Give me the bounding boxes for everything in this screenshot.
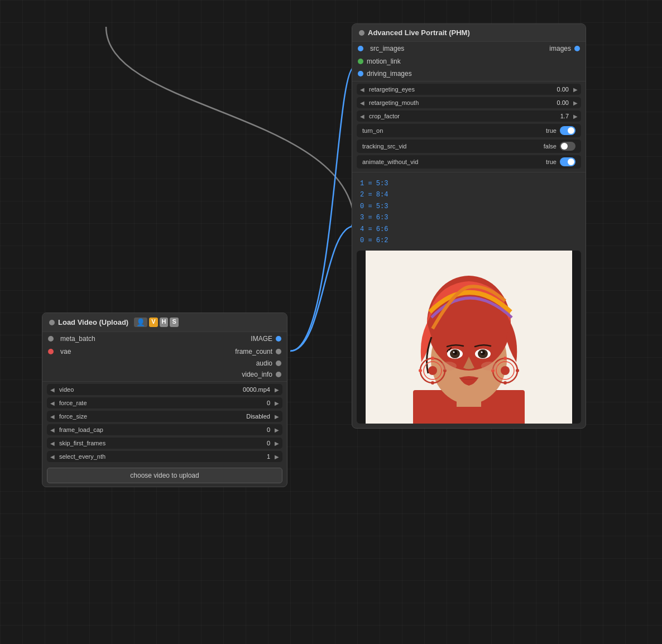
force-rate-arrow-right[interactable]: ▶: [275, 400, 279, 406]
vae-label: vae: [60, 348, 71, 355]
skip-first-frames-ctrl-value: 0: [267, 440, 270, 446]
animate-without-vid-switch[interactable]: [560, 157, 575, 166]
retargeting-eyes-control[interactable]: ◀ retargeting_eyes 0.00 ▶: [357, 84, 581, 95]
portrait-image-area: [357, 251, 581, 424]
retargeting-mouth-ctrl-label: retargeting_mouth: [369, 99, 555, 106]
frame-count-port[interactable]: [276, 349, 281, 354]
skip-first-frames-arrow-right[interactable]: ▶: [275, 440, 279, 446]
force-size-arrow-left[interactable]: ◀: [50, 414, 55, 420]
choose-video-button[interactable]: choose video to upload: [47, 468, 282, 483]
svg-point-19: [431, 357, 434, 360]
alp-status-dot: [359, 30, 364, 36]
driving-images-port[interactable]: [358, 71, 363, 76]
crop-factor-arrow-left[interactable]: ◀: [360, 113, 364, 119]
motion-link-port[interactable]: [358, 59, 363, 64]
retargeting-eyes-arrow-left[interactable]: ◀: [360, 86, 364, 93]
text-line-2: 2 = 8:4: [360, 189, 578, 200]
force-size-ctrl-label: force_size: [59, 413, 244, 420]
text-line-1: 1 = 5:3: [360, 178, 578, 189]
svg-point-29: [516, 369, 519, 372]
force-rate-ctrl-value: 0: [267, 400, 270, 406]
select-every-nth-ctrl-label: select_every_nth: [59, 453, 265, 460]
turn-on-switch[interactable]: [560, 126, 575, 135]
text-output-area: 1 = 5:3 2 = 8:4 0 = 5:3 3 = 6:3 4 = 6:6 …: [352, 174, 586, 251]
load-video-icons: 👤 V H S: [134, 318, 179, 327]
alp-title: Advanced Live Portrait (PHM): [368, 28, 470, 37]
images-out-label: images: [549, 45, 571, 52]
driving-images-label: driving_images: [367, 70, 412, 78]
force-rate-control[interactable]: ◀ force_rate 0 ▶: [47, 397, 282, 408]
person-icon: 👤: [134, 318, 147, 327]
svg-point-26: [503, 357, 507, 360]
video-arrow-left[interactable]: ◀: [50, 387, 55, 393]
video-ctrl-value: 0000.mp4: [243, 386, 270, 393]
svg-point-11: [453, 352, 455, 353]
select-every-nth-control[interactable]: ◀ select_every_nth 1 ▶: [47, 451, 282, 462]
video-arrow-right[interactable]: ▶: [275, 387, 279, 393]
alp-node: Advanced Live Portrait (PHM) src_images …: [352, 23, 586, 429]
crop-factor-arrow-right[interactable]: ▶: [573, 113, 578, 119]
s-icon: S: [170, 318, 178, 327]
svg-point-27: [503, 381, 507, 385]
retargeting-mouth-ctrl-value: 0.00: [557, 99, 569, 106]
animate-without-vid-toggle[interactable]: animate_without_vid true: [357, 155, 581, 169]
image-out-port[interactable]: [276, 336, 281, 342]
images-out-port[interactable]: [574, 46, 580, 51]
frame-load-cap-arrow-left[interactable]: ◀: [50, 427, 55, 433]
svg-rect-6: [457, 385, 481, 407]
crop-factor-control[interactable]: ◀ crop_factor 1.7 ▶: [357, 110, 581, 122]
select-every-nth-arrow-right[interactable]: ▶: [275, 454, 279, 460]
retargeting-mouth-arrow-right[interactable]: ▶: [573, 100, 578, 106]
load-video-header: Load Video (Upload) 👤 V H S: [42, 313, 287, 332]
retargeting-mouth-control[interactable]: ◀ retargeting_mouth 0.00 ▶: [357, 97, 581, 108]
frame-load-cap-ctrl-value: 0: [267, 426, 270, 433]
video-info-port[interactable]: [276, 372, 281, 377]
alp-header: Advanced Live Portrait (PHM): [352, 24, 586, 42]
force-rate-arrow-left[interactable]: ◀: [50, 400, 55, 406]
video-control[interactable]: ◀ video 0000.mp4 ▶: [47, 384, 282, 395]
src-images-port[interactable]: [358, 46, 363, 51]
src-images-label: src_images: [370, 45, 404, 52]
retargeting-eyes-arrow-right[interactable]: ▶: [573, 86, 578, 93]
tracking-src-vid-value: false: [544, 143, 557, 150]
load-video-title: Load Video (Upload): [58, 318, 128, 326]
tracking-src-vid-toggle[interactable]: tracking_src_vid false: [357, 140, 581, 153]
text-line-3: 0 = 5:3: [360, 201, 578, 212]
svg-point-30: [440, 362, 457, 371]
image-out-label: IMAGE: [251, 335, 272, 343]
skip-first-frames-control[interactable]: ◀ skip_first_frames 0 ▶: [47, 438, 282, 449]
force-size-control[interactable]: ◀ force_size Disabled ▶: [47, 411, 282, 422]
vae-port[interactable]: [48, 349, 54, 354]
audio-label: audio: [256, 359, 272, 367]
skip-first-frames-arrow-left[interactable]: ◀: [50, 440, 55, 446]
tracking-src-vid-label: tracking_src_vid: [362, 143, 544, 150]
meta-batch-label: meta_batch: [60, 335, 95, 343]
svg-point-25: [501, 366, 510, 375]
video-ctrl-label: video: [59, 386, 241, 393]
v-icon: V: [149, 318, 157, 327]
svg-point-20: [431, 381, 434, 385]
h-icon: H: [160, 318, 169, 327]
retargeting-eyes-ctrl-value: 0.00: [557, 86, 569, 93]
meta-batch-port[interactable]: [48, 336, 54, 342]
animate-without-vid-label: animate_without_vid: [362, 158, 546, 165]
retargeting-eyes-ctrl-label: retargeting_eyes: [369, 86, 555, 93]
turn-on-label: turn_on: [362, 127, 546, 134]
load-video-node: Load Video (Upload) 👤 V H S meta_batch I…: [42, 313, 287, 487]
crop-factor-ctrl-label: crop_factor: [369, 113, 558, 119]
frame-load-cap-arrow-right[interactable]: ▶: [275, 427, 279, 433]
animate-without-vid-value: true: [546, 158, 557, 165]
frame-load-cap-control[interactable]: ◀ frame_load_cap 0 ▶: [47, 424, 282, 435]
force-size-arrow-right[interactable]: ▶: [275, 414, 279, 420]
retargeting-mouth-arrow-left[interactable]: ◀: [360, 100, 364, 106]
turn-on-toggle[interactable]: turn_on true: [357, 124, 581, 137]
tracking-src-vid-switch[interactable]: [560, 142, 575, 151]
svg-point-15: [481, 352, 483, 353]
audio-port[interactable]: [276, 361, 281, 366]
svg-point-21: [419, 369, 422, 372]
text-line-6: 0 = 6:2: [360, 235, 578, 246]
select-every-nth-arrow-left[interactable]: ◀: [50, 454, 55, 460]
force-size-ctrl-value: Disabled: [246, 413, 270, 420]
select-every-nth-ctrl-value: 1: [267, 453, 270, 460]
skip-first-frames-ctrl-label: skip_first_frames: [59, 440, 265, 446]
